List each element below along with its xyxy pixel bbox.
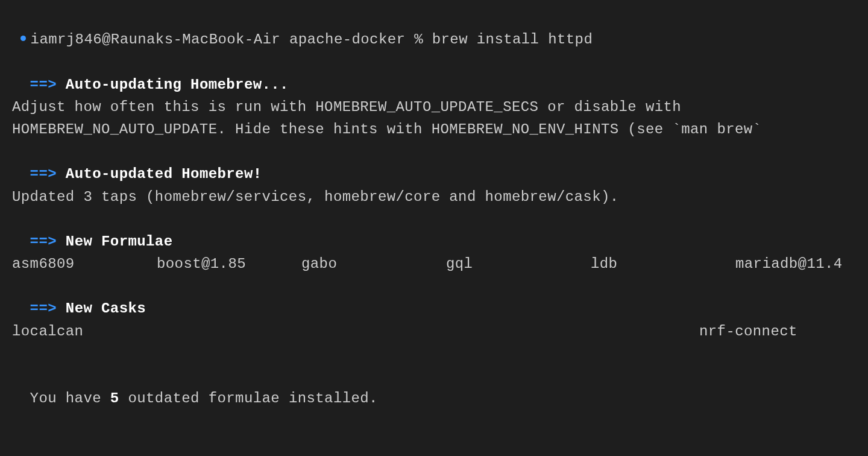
new-casks-text: New Casks [66,300,146,317]
section-arrow: ==> [30,166,57,182]
prompt-space3 [423,31,432,48]
cask-item: localcan [12,320,699,343]
auto-updating-line: ==> Auto-updating Homebrew... [0,51,868,95]
outdated-prefix: You have [30,390,110,407]
cask-item: nrf-connect [699,320,797,343]
formulae-list: asm6809 boost@1.85 gabo gql ldb mariadb@… [0,253,868,275]
formula-item: gql [446,253,591,275]
updated-taps-line: Updated 3 taps (homebrew/services, homeb… [0,186,868,208]
blank-line [0,343,868,365]
outdated-count: 5 [110,390,119,407]
prompt-indicator-icon [20,36,26,41]
prompt-cwd: apache-docker [289,31,405,48]
prompt-command: brew install httpd [432,31,593,48]
casks-list: localcan nrf-connect [0,320,868,343]
auto-updated-line: ==> Auto-updated Homebrew! [0,141,868,185]
terminal-prompt-line[interactable]: iamrj846@Raunaks-MacBook-Air apache-dock… [0,6,868,51]
hint-line-2: HOMEBREW_NO_AUTO_UPDATE. Hide these hint… [0,118,868,141]
auto-updated-text: Auto-updated Homebrew! [66,166,262,182]
new-formulae-text: New Formulae [66,233,173,250]
auto-updating-text: Auto-updating Homebrew... [66,77,289,93]
section-arrow: ==> [30,300,57,317]
formula-item: boost@1.85 [157,253,301,275]
formula-item: mariadb@11.4 [735,253,868,275]
outdated-suffix: outdated formulae installed. [119,390,378,407]
prompt-space1 [280,31,289,48]
hint-line-1: Adjust how often this is run with HOMEBR… [0,96,868,118]
new-casks-header: ==> New Casks [0,275,868,320]
formula-item: ldb [591,253,735,275]
blank-line [0,410,868,432]
formula-item: gabo [301,253,446,275]
new-formulae-header: ==> New Formulae [0,208,868,253]
prompt-space2 [405,31,414,48]
prompt-user-host: iamrj846@Raunaks-MacBook-Air [31,31,280,48]
formula-item: asm6809 [12,253,157,275]
section-arrow: ==> [30,77,57,93]
prompt-symbol: % [414,31,423,48]
download-line-1: ==> Downloading https://ghcr.io/v2/homeb… [0,432,868,456]
section-arrow: ==> [30,233,57,250]
outdated-line: You have 5 outdated formulae installed. [0,365,868,410]
